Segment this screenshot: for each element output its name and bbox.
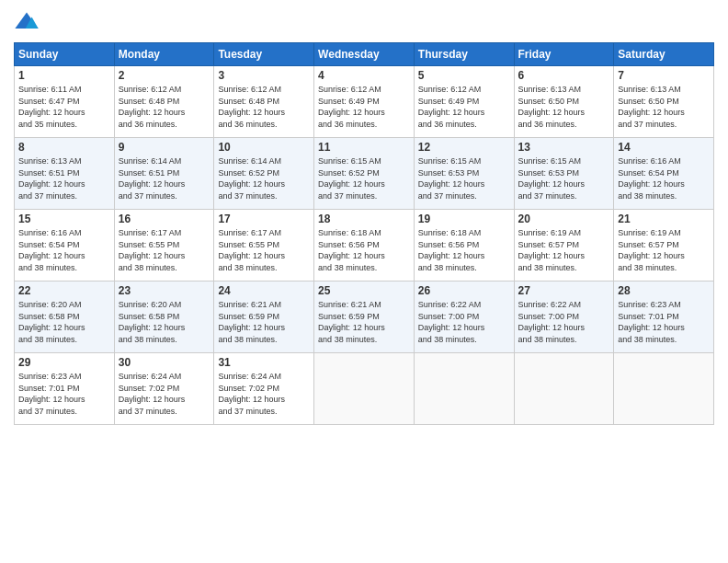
day-number: 16 [119,213,210,225]
day-info-text: Sunrise: 6:12 AM Sunset: 6:48 PM Dayligh… [218,84,310,130]
day-number: 4 [318,69,410,82]
calendar-cell: 15Sunrise: 6:16 AM Sunset: 6:54 PM Dayli… [15,210,115,282]
day-number: 7 [618,69,710,82]
day-info-text: Sunrise: 6:17 AM Sunset: 6:55 PM Dayligh… [218,227,310,273]
calendar-week-row: 8Sunrise: 6:13 AM Sunset: 6:51 PM Daylig… [15,138,714,210]
logo-icon [14,9,40,35]
day-number: 2 [119,69,210,82]
day-number: 29 [18,356,110,369]
calendar-cell: 29Sunrise: 6:23 AM Sunset: 7:01 PM Dayli… [15,353,115,425]
calendar-cell: 27Sunrise: 6:22 AM Sunset: 7:00 PM Dayli… [514,282,614,353]
day-info-text: Sunrise: 6:12 AM Sunset: 6:49 PM Dayligh… [418,84,510,130]
calendar-cell: 20Sunrise: 6:19 AM Sunset: 6:57 PM Dayli… [514,210,614,282]
calendar-cell: 4Sunrise: 6:12 AM Sunset: 6:49 PM Daylig… [314,66,415,138]
calendar-cell: 21Sunrise: 6:19 AM Sunset: 6:57 PM Dayli… [614,210,714,282]
calendar-cell: 12Sunrise: 6:15 AM Sunset: 6:53 PM Dayli… [414,138,514,210]
day-info-text: Sunrise: 6:24 AM Sunset: 7:02 PM Dayligh… [218,371,310,417]
calendar-cell [514,353,614,425]
day-info-text: Sunrise: 6:16 AM Sunset: 6:54 PM Dayligh… [18,227,110,273]
calendar-cell: 6Sunrise: 6:13 AM Sunset: 6:50 PM Daylig… [514,66,614,138]
day-info-text: Sunrise: 6:19 AM Sunset: 6:57 PM Dayligh… [618,227,710,273]
day-number: 3 [218,69,310,82]
calendar-week-row: 15Sunrise: 6:16 AM Sunset: 6:54 PM Dayli… [15,210,714,282]
day-header-thursday: Thursday [414,43,514,66]
calendar-table: SundayMondayTuesdayWednesdayThursdayFrid… [14,42,714,425]
calendar-cell: 30Sunrise: 6:24 AM Sunset: 7:02 PM Dayli… [114,353,214,425]
calendar-cell: 2Sunrise: 6:12 AM Sunset: 6:48 PM Daylig… [114,66,214,138]
day-info-text: Sunrise: 6:14 AM Sunset: 6:51 PM Dayligh… [119,155,210,201]
calendar-body: 1Sunrise: 6:11 AM Sunset: 6:47 PM Daylig… [15,66,714,425]
day-info-text: Sunrise: 6:19 AM Sunset: 6:57 PM Dayligh… [518,227,610,273]
day-info-text: Sunrise: 6:15 AM Sunset: 6:53 PM Dayligh… [518,155,610,201]
day-info-text: Sunrise: 6:15 AM Sunset: 6:52 PM Dayligh… [318,155,410,201]
calendar-cell: 25Sunrise: 6:21 AM Sunset: 6:59 PM Dayli… [314,282,415,353]
calendar-cell: 19Sunrise: 6:18 AM Sunset: 6:56 PM Dayli… [414,210,514,282]
calendar-week-row: 22Sunrise: 6:20 AM Sunset: 6:58 PM Dayli… [15,282,714,353]
day-header-friday: Friday [514,43,614,66]
day-info-text: Sunrise: 6:12 AM Sunset: 6:48 PM Dayligh… [119,84,210,130]
day-info-text: Sunrise: 6:13 AM Sunset: 6:51 PM Dayligh… [18,155,110,201]
day-info-text: Sunrise: 6:20 AM Sunset: 6:58 PM Dayligh… [18,299,110,345]
day-number: 26 [418,284,510,297]
day-info-text: Sunrise: 6:23 AM Sunset: 7:01 PM Dayligh… [18,371,110,417]
day-number: 1 [18,69,110,82]
day-header-saturday: Saturday [614,43,714,66]
calendar-cell: 23Sunrise: 6:20 AM Sunset: 6:58 PM Dayli… [114,282,214,353]
calendar-week-row: 29Sunrise: 6:23 AM Sunset: 7:01 PM Dayli… [15,353,714,425]
day-number: 11 [318,141,410,154]
calendar-cell: 22Sunrise: 6:20 AM Sunset: 6:58 PM Dayli… [15,282,115,353]
day-number: 5 [418,69,510,82]
day-number: 10 [218,141,310,154]
calendar-cell: 13Sunrise: 6:15 AM Sunset: 6:53 PM Dayli… [514,138,614,210]
day-info-text: Sunrise: 6:12 AM Sunset: 6:49 PM Dayligh… [318,84,410,130]
calendar-cell: 18Sunrise: 6:18 AM Sunset: 6:56 PM Dayli… [314,210,415,282]
calendar-cell: 1Sunrise: 6:11 AM Sunset: 6:47 PM Daylig… [15,66,115,138]
calendar-cell: 17Sunrise: 6:17 AM Sunset: 6:55 PM Dayli… [214,210,314,282]
calendar-cell: 11Sunrise: 6:15 AM Sunset: 6:52 PM Dayli… [314,138,415,210]
calendar-cell: 7Sunrise: 6:13 AM Sunset: 6:50 PM Daylig… [614,66,714,138]
day-number: 17 [218,213,310,225]
calendar-cell [314,353,415,425]
day-number: 20 [518,213,610,225]
day-info-text: Sunrise: 6:16 AM Sunset: 6:54 PM Dayligh… [618,155,710,201]
day-number: 27 [518,284,610,297]
day-number: 30 [119,356,210,369]
logo [14,9,43,35]
day-number: 6 [518,69,610,82]
day-header-sunday: Sunday [15,43,115,66]
day-info-text: Sunrise: 6:14 AM Sunset: 6:52 PM Dayligh… [218,155,310,201]
day-number: 23 [119,284,210,297]
day-number: 14 [618,141,710,154]
day-number: 22 [18,284,110,297]
day-header-tuesday: Tuesday [214,43,314,66]
calendar-cell: 10Sunrise: 6:14 AM Sunset: 6:52 PM Dayli… [214,138,314,210]
calendar-cell: 31Sunrise: 6:24 AM Sunset: 7:02 PM Dayli… [214,353,314,425]
calendar-cell: 24Sunrise: 6:21 AM Sunset: 6:59 PM Dayli… [214,282,314,353]
calendar-cell [614,353,714,425]
day-number: 9 [119,141,210,154]
day-number: 13 [518,141,610,154]
day-number: 12 [418,141,510,154]
page-header [14,9,714,35]
day-info-text: Sunrise: 6:21 AM Sunset: 6:59 PM Dayligh… [318,299,410,345]
day-number: 31 [218,356,310,369]
day-header-wednesday: Wednesday [314,43,415,66]
calendar-cell: 5Sunrise: 6:12 AM Sunset: 6:49 PM Daylig… [414,66,514,138]
day-info-text: Sunrise: 6:23 AM Sunset: 7:01 PM Dayligh… [618,299,710,345]
day-number: 18 [318,213,410,225]
day-info-text: Sunrise: 6:17 AM Sunset: 6:55 PM Dayligh… [119,227,210,273]
day-info-text: Sunrise: 6:22 AM Sunset: 7:00 PM Dayligh… [418,299,510,345]
calendar-cell [414,353,514,425]
day-info-text: Sunrise: 6:11 AM Sunset: 6:47 PM Dayligh… [18,84,110,130]
calendar-cell: 16Sunrise: 6:17 AM Sunset: 6:55 PM Dayli… [114,210,214,282]
day-number: 15 [18,213,110,225]
calendar-cell: 8Sunrise: 6:13 AM Sunset: 6:51 PM Daylig… [15,138,115,210]
day-number: 25 [318,284,410,297]
day-number: 28 [618,284,710,297]
calendar-week-row: 1Sunrise: 6:11 AM Sunset: 6:47 PM Daylig… [15,66,714,138]
calendar-cell: 9Sunrise: 6:14 AM Sunset: 6:51 PM Daylig… [114,138,214,210]
day-info-text: Sunrise: 6:15 AM Sunset: 6:53 PM Dayligh… [418,155,510,201]
day-info-text: Sunrise: 6:18 AM Sunset: 6:56 PM Dayligh… [318,227,410,273]
calendar-cell: 14Sunrise: 6:16 AM Sunset: 6:54 PM Dayli… [614,138,714,210]
day-info-text: Sunrise: 6:21 AM Sunset: 6:59 PM Dayligh… [218,299,310,345]
